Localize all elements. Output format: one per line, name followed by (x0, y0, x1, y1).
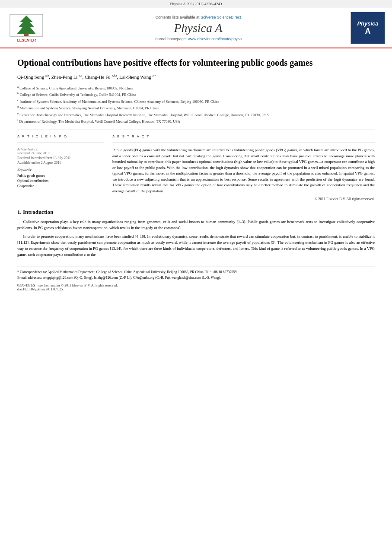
physica-logo-box: Physica A (351, 12, 385, 44)
journal-header: ELSEVIER Contents lists available at Sci… (0, 8, 392, 48)
section-title-text: Introduction (23, 209, 54, 215)
article-info-col: A R T I C L E I N F O Article history: R… (17, 134, 104, 201)
main-content: Optional contributions have positive eff… (0, 48, 392, 300)
elsevier-logo: ELSEVIER (7, 13, 46, 42)
bottom-info: 0378-4371/$ – see front matter © 2011 El… (17, 283, 375, 291)
abstract-text: Public goods (PG) games with the volunte… (112, 147, 375, 194)
correspondence-footnote: * Correspondence to: Applied Mathematics… (17, 270, 375, 274)
revised-date: Received in revised form 13 July 2011 (17, 156, 104, 160)
authors-text: Qi-Qing Song a,b, Zhen-Peng Li c,d, Chan… (17, 74, 156, 80)
article-info-abstract: A R T I C L E I N F O Article history: R… (17, 134, 375, 201)
footnotes: * Correspondence to: Applied Mathematics… (17, 267, 375, 280)
journal-center-info: Contents lists available at SciVerse Sci… (53, 15, 344, 41)
physica-logo-letter: A (365, 27, 371, 36)
affil-a: a College of Science, China Agricultural… (17, 85, 375, 91)
journal-reference-text: Physica A 390 (2011) 4236–4243 (170, 2, 222, 6)
keywords-label-text: Keywords: (17, 168, 32, 172)
affiliations: a College of Science, China Agricultural… (17, 85, 375, 124)
contents-text: Contents lists available at (155, 15, 201, 19)
email-footnote: E-mail addresses: songqiqing@126.com (Q.… (17, 275, 375, 280)
keyword-3: Cooperation (17, 184, 104, 189)
affil-f: f Department of Radiology, The Methodist… (17, 118, 375, 124)
keyword-2: Optional contributions (17, 178, 104, 184)
affil-b: b College of Science, Guilin University … (17, 91, 375, 98)
introduction-section: 1. Introduction Collective cooperation p… (17, 209, 375, 258)
keywords-list: Public goods games Optional contribution… (17, 173, 104, 189)
affil-c: c Institute of Systems Science, Academy … (17, 98, 375, 105)
sciverse-link[interactable]: SciVerse ScienceDirect (201, 15, 241, 19)
abstract-divider (112, 143, 375, 143)
section-number: 1. (17, 209, 22, 215)
journal-reference-bar: Physica A 390 (2011) 4236–4243 (0, 0, 392, 8)
intro-paragraph-2: In order to promote cooperation, many me… (17, 234, 375, 258)
elsevier-label: ELSEVIER (17, 38, 36, 42)
article-info-heading: A R T I C L E I N F O (17, 134, 104, 138)
issn-line: 0378-4371/$ – see front matter © 2011 El… (17, 283, 375, 287)
received-date: Received 24 June 2010 (17, 151, 104, 155)
authors-line: Qi-Qing Song a,b, Zhen-Peng Li c,d, Chan… (17, 73, 375, 81)
elsevier-tree-icon (9, 13, 44, 37)
affil-d: d Mathematics and Systems Science, Sheny… (17, 105, 375, 111)
copyright-line: © 2011 Elsevier B.V. All rights reserved… (112, 197, 375, 201)
svg-marker-1 (17, 16, 36, 34)
abstract-heading: A B S T R A C T (112, 134, 375, 138)
affil-e: e Center for Biotechnology and Informati… (17, 111, 375, 118)
article-info-divider (17, 143, 104, 143)
correspondence-text: * Correspondence to: Applied Mathematics… (17, 270, 237, 274)
doi-line: doi:10.1016/j.physa.2011.07.025 (17, 287, 375, 291)
abstract-col: A B S T R A C T Public goods (PG) games … (112, 134, 375, 201)
header-divider (17, 130, 375, 130)
homepage-label: journal homepage: (155, 37, 188, 41)
sciverse-line: Contents lists available at SciVerse Sci… (53, 15, 344, 19)
journal-homepage: journal homepage: www.elsevier.com/locat… (53, 37, 344, 41)
journal-title: Physica A (53, 21, 344, 35)
article-history: Article history: Received 24 June 2010 R… (17, 147, 104, 165)
homepage-link[interactable]: www.elsevier.com/locate/physa (188, 37, 242, 41)
section-title: 1. Introduction (17, 209, 375, 216)
keyword-1: Public goods games (17, 173, 104, 178)
email-text: E-mail addresses: songqiqing@126.com (Q.… (17, 276, 221, 280)
article-title: Optional contributions have positive eff… (17, 57, 375, 68)
available-date: Available online 2 August 2011 (17, 161, 104, 165)
history-label: Article history: (17, 147, 104, 151)
keywords-label: Keywords: (17, 168, 104, 172)
intro-paragraph-1: Collective cooperation plays a key role … (17, 219, 375, 231)
physica-logo-text: Physica (357, 20, 378, 27)
